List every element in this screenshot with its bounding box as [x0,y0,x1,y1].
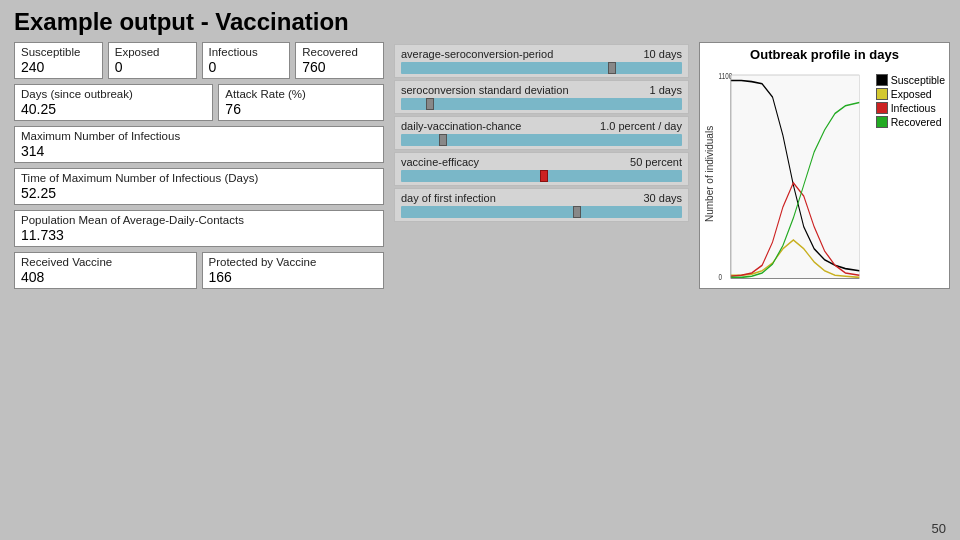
received-vaccine-label: Received Vaccine [21,256,190,268]
legend-item-2: Infectious [876,102,945,114]
slider-label-0: average-seroconversion-period [401,48,553,60]
stat-row-2: Days (since outbreak) 40.25 Attack Rate … [14,84,384,121]
vaccine-row: Received Vaccine 408 Protected by Vaccin… [14,252,384,289]
legend-item-0: Susceptible [876,74,945,86]
legend-color-3 [876,116,888,128]
legend-item-1: Exposed [876,88,945,100]
chart-title: Outbreak profile in days [704,47,945,62]
received-vaccine-box: Received Vaccine 408 [14,252,197,289]
protected-vaccine-label: Protected by Vaccine [209,256,378,268]
stat-row-1: Susceptible 240 Exposed 0 Infectious 0 R… [14,42,384,79]
legend-item-3: Recovered [876,116,945,128]
days-box: Days (since outbreak) 40.25 [14,84,213,121]
page-title: Example output - Vaccination [0,0,960,42]
slider-value-0: 10 days [643,48,682,60]
exposed-box: Exposed 0 [108,42,197,79]
chart-svg-area: 1100 0 0 Days 80.6 [717,64,870,284]
infectious-box: Infectious 0 [202,42,291,79]
max-infectious-box: Maximum Number of Infectious 314 [14,126,384,163]
legend-color-1 [876,88,888,100]
svg-text:0: 0 [718,271,722,282]
attack-rate-label: Attack Rate (%) [225,88,377,100]
received-vaccine-value: 408 [21,269,190,285]
susceptible-value: 240 [21,59,96,75]
slider-thumb-1[interactable] [426,98,434,110]
slider-label-1: seroconversion standard deviation [401,84,569,96]
slider-value-1: 1 days [650,84,682,96]
infectious-value: 0 [209,59,284,75]
slider-label-3: vaccine-efficacy [401,156,479,168]
sliders-panel: average-seroconversion-period10 dayssero… [394,42,689,289]
slider-track-1[interactable] [401,98,682,110]
max-infectious-label: Maximum Number of Infectious [21,130,377,142]
legend-color-0 [876,74,888,86]
legend-label-1: Exposed [891,88,932,100]
recovered-box: Recovered 760 [295,42,384,79]
slider-thumb-2[interactable] [439,134,447,146]
slider-track-0[interactable] [401,62,682,74]
legend-color-2 [876,102,888,114]
slide-number: 50 [932,521,946,536]
protected-vaccine-value: 166 [209,269,378,285]
chart-legend: SusceptibleExposedInfectiousRecovered [876,64,945,284]
right-panel: average-seroconversion-period10 dayssero… [394,42,950,289]
slider-thumb-4[interactable] [573,206,581,218]
time-max-box: Time of Maximum Number of Infectious (Da… [14,168,384,205]
slider-value-2: 1.0 percent / day [600,120,682,132]
slider-label-4: day of first infection [401,192,496,204]
slider-track-4[interactable] [401,206,682,218]
max-infectious-value: 314 [21,143,377,159]
chart-area: Number of individuals 1100 0 0 Days 80.6 [704,64,945,284]
slider-track-2[interactable] [401,134,682,146]
chart-panel: Outbreak profile in days Number of indiv… [699,42,950,289]
slider-value-4: 30 days [643,192,682,204]
attack-rate-value: 76 [225,101,377,117]
susceptible-box: Susceptible 240 [14,42,103,79]
pop-mean-label: Population Mean of Average-Daily-Contact… [21,214,377,226]
slider-row-4[interactable]: day of first infection30 days [394,188,689,222]
left-panel: Susceptible 240 Exposed 0 Infectious 0 R… [14,42,384,289]
recovered-label: Recovered [302,46,377,58]
time-max-label: Time of Maximum Number of Infectious (Da… [21,172,377,184]
legend-label-3: Recovered [891,116,942,128]
legend-label-2: Infectious [891,102,936,114]
exposed-value: 0 [115,59,190,75]
days-value: 40.25 [21,101,206,117]
svg-text:1100: 1100 [718,71,732,82]
slider-row-3[interactable]: vaccine-efficacy50 percent [394,152,689,186]
slider-label-2: daily-vaccination-chance [401,120,521,132]
chart-y-label: Number of individuals [704,64,715,284]
pop-mean-value: 11.733 [21,227,377,243]
recovered-value: 760 [302,59,377,75]
slider-thumb-0[interactable] [608,62,616,74]
slider-track-3[interactable] [401,170,682,182]
days-label: Days (since outbreak) [21,88,206,100]
slider-value-3: 50 percent [630,156,682,168]
attack-rate-box: Attack Rate (%) 76 [218,84,384,121]
slider-row-1[interactable]: seroconversion standard deviation1 days [394,80,689,114]
time-max-value: 52.25 [21,185,377,201]
infectious-label: Infectious [209,46,284,58]
pop-mean-box: Population Mean of Average-Daily-Contact… [14,210,384,247]
slider-thumb-3[interactable] [540,170,548,182]
protected-vaccine-box: Protected by Vaccine 166 [202,252,385,289]
exposed-label: Exposed [115,46,190,58]
susceptible-label: Susceptible [21,46,96,58]
legend-label-0: Susceptible [891,74,945,86]
slider-row-2[interactable]: daily-vaccination-chance1.0 percent / da… [394,116,689,150]
slider-row-0[interactable]: average-seroconversion-period10 days [394,44,689,78]
svg-rect-5 [731,75,859,279]
